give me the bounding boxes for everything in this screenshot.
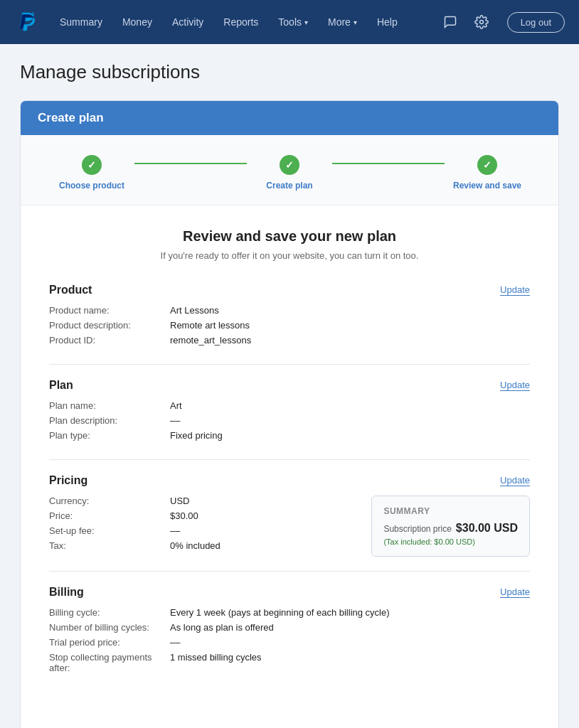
summary-price-desc: Subscription price [383,524,451,534]
pricing-section-header: Pricing Update [49,474,530,487]
nav-more[interactable]: More ▾ [319,11,366,33]
product-update-link[interactable]: Update [500,284,530,296]
paypal-logo [14,9,40,35]
billing-section-header: Billing Update [49,586,530,599]
summary-label: Summary [383,506,518,516]
step-line-2 [332,163,445,164]
card-content: Review and save your new plan If you're … [21,205,558,728]
product-section-title: Product [49,284,92,296]
create-plan-card: Create plan Choose product Create plan [20,100,559,728]
tax-row: Tax: 0% included [49,540,354,551]
message-icon-button[interactable] [439,11,462,33]
billing-section-title: Billing [49,586,84,599]
nav-tools[interactable]: Tools ▾ [270,11,317,33]
card-header-title: Create plan [38,111,104,124]
pricing-section-title: Pricing [49,474,87,487]
summary-tax-note: (Tax included: $0.00 USD) [383,537,518,546]
plan-update-link[interactable]: Update [500,380,530,391]
step-2-circle [280,155,299,175]
currency-label: Currency: [49,496,170,506]
step-create-plan: Create plan [247,155,332,191]
settings-icon-button[interactable] [470,11,493,33]
pricing-summary-box: Summary Subscription price $30.00 USD (T… [371,496,530,557]
step-review-save: Review and save [445,155,530,191]
price-label: Price: [49,510,170,521]
logout-button[interactable]: Log out [507,12,565,33]
product-name-row: Product name: Art Lessons [49,305,530,316]
tax-value: 0% included [170,540,221,551]
navbar: Summary Money Activity Reports Tools ▾ M… [0,0,579,44]
billing-update-link[interactable]: Update [500,587,530,598]
summary-price-value: $30.00 USD [456,522,518,535]
step-1-check-icon [87,159,96,171]
currency-row: Currency: USD [49,496,354,506]
product-desc-row: Product description: Remote art lessons [49,320,530,331]
step-3-circle [477,155,497,175]
stop-collecting-label: Stop collecting payments after: [49,652,170,673]
svg-point-0 [479,21,483,24]
product-name-value: Art Lessons [170,305,219,316]
trial-price-row: Trial period price: –– [49,637,530,648]
trial-price-label: Trial period price: [49,637,170,648]
plan-section-title: Plan [49,379,73,392]
plan-name-label: Plan name: [49,400,170,411]
plan-desc-row: Plan description: –– [49,415,530,426]
product-desc-label: Product description: [49,320,170,331]
step-line-1 [134,163,247,164]
stop-collecting-row: Stop collecting payments after: 1 missed… [49,652,530,673]
plan-type-row: Plan type: Fixed pricing [49,430,530,441]
tools-chevron-icon: ▾ [304,18,308,26]
price-row: Price: $30.00 [49,510,354,521]
product-id-value: remote_art_lessons [170,335,251,346]
summary-price-row: Subscription price $30.00 USD [383,522,518,535]
tax-label: Tax: [49,540,170,551]
product-id-label: Product ID: [49,335,170,346]
pricing-update-link[interactable]: Update [500,475,530,486]
stop-collecting-value: 1 missed billing cycles [170,652,262,673]
setup-fee-label: Set-up fee: [49,525,170,536]
trial-price-value: –– [170,637,180,648]
page-title: Manage subscriptions [20,61,559,83]
step-choose-product: Choose product [49,155,134,191]
billing-section: Billing Update Billing cycle: Every 1 we… [49,586,530,692]
setup-fee-value: –– [170,525,180,536]
review-title: Review and save your new plan [49,228,530,245]
card-header: Create plan [21,101,558,135]
stepper: Choose product Create plan Review and sa… [21,135,558,205]
plan-type-value: Fixed pricing [170,430,223,441]
plan-section: Plan Update Plan name: Art Plan descript… [49,379,530,460]
review-subtitle: If you're ready to offer it on your webs… [49,250,530,261]
billing-cycle-row: Billing cycle: Every 1 week (pays at beg… [49,607,530,618]
plan-type-label: Plan type: [49,430,170,441]
billing-cycle-label: Billing cycle: [49,607,170,618]
product-name-label: Product name: [49,305,170,316]
nav-reports[interactable]: Reports [215,11,267,33]
setup-fee-row: Set-up fee: –– [49,525,354,536]
pricing-content: Currency: USD Price: $30.00 Set-up fee: … [49,496,530,557]
price-value: $30.00 [170,510,198,521]
currency-value: USD [170,496,189,506]
num-billing-cycles-value: As long as plan is offered [170,622,274,633]
nav-summary[interactable]: Summary [51,11,111,33]
step-3-label: Review and save [453,181,521,191]
step-1-circle [82,155,102,175]
product-desc-value: Remote art lessons [170,320,250,331]
plan-name-row: Plan name: Art [49,400,530,411]
plan-desc-value: –– [170,415,180,426]
nav-money[interactable]: Money [114,11,161,33]
plan-desc-label: Plan description: [49,415,170,426]
plan-name-value: Art [170,400,182,411]
nav-activity[interactable]: Activity [164,11,212,33]
nav-help[interactable]: Help [368,11,406,33]
product-section-header: Product Update [49,284,530,296]
step-2-label: Create plan [266,181,312,191]
page-container: Manage subscriptions Create plan Choose … [9,44,570,728]
billing-cycle-value: Every 1 week (pays at beginning of each … [170,607,390,618]
pricing-fields: Currency: USD Price: $30.00 Set-up fee: … [49,496,354,557]
num-billing-cycles-label: Number of billing cycles: [49,622,170,633]
plan-section-header: Plan Update [49,379,530,392]
more-chevron-icon: ▾ [354,18,357,26]
pricing-section: Pricing Update Currency: USD Price: $30.… [49,474,530,572]
step-2-check-icon [285,159,294,171]
step-1-label: Choose product [59,181,124,191]
